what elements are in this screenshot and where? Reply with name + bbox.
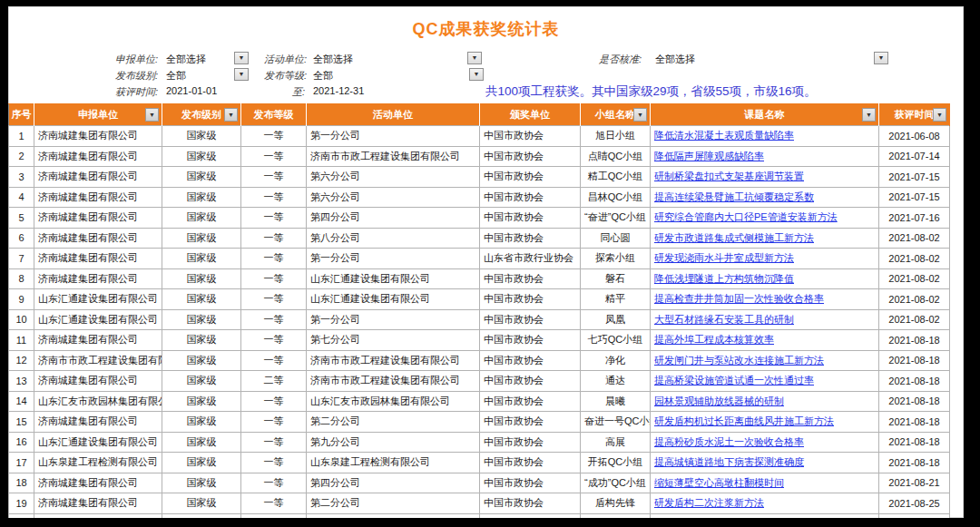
cell-颁奖单位: 山东省市政行业协会 [480,249,581,269]
empty-cell [581,513,651,518]
cell-发布级别: 国家级 [162,126,241,147]
cell-颁奖单位: 中国市政协会 [480,228,581,249]
publish-level-filter-value[interactable]: 全部 [166,69,186,83]
declare-unit-filter-label: 申报单位: [115,53,158,66]
page-title: QC成果获奖统计表 [8,18,964,40]
approved-filter-value[interactable]: 全部选择 [655,53,695,66]
empty-cell [480,513,581,518]
cell-课题名称: 提高粉砂质水泥土一次验收合格率 [651,432,879,453]
cell-申报单位: 济南城建集团有限公司 [34,146,162,167]
award-time-from-value[interactable]: 2021-01-01 [166,85,217,96]
topic-link[interactable]: 缩短薄壁空心高墩柱翻模时间 [654,477,784,488]
cell-小组名称: 精平 [581,289,651,310]
cell-获评时间: 2021-08-18 [879,453,950,473]
cell-申报单位: 济南城建集团有限公司 [34,371,162,392]
cell-活动单位: 第二分公司 [307,412,480,433]
cell-发布级别: 国家级 [162,268,241,289]
cell-颁奖单位: 中国市政协会 [480,350,581,371]
cell-发布级别: 国家级 [162,289,241,310]
cell-课题名称: 提高连续梁悬臂施工抗倾覆稳定系数 [651,187,879,208]
cell-小组名称: 净化 [581,350,651,371]
topic-link[interactable]: 研发盾构机过长距离曲线风井施工新方法 [654,415,834,426]
publish-grade-dropdown-icon[interactable]: ▼ [469,68,484,81]
publish-level-dropdown-icon[interactable]: ▼ [234,68,249,81]
cell-小组名称: 同心圆 [581,228,651,249]
publish-level-filter-label: 发布级别: [115,69,158,83]
activity-unit-dropdown-icon[interactable]: ▼ [467,52,482,64]
cell-活动单位: 第二分公司 [307,493,480,514]
cell-课题名称: 研发市政道路集成式侧模施工新方法 [651,228,879,249]
column-filter-icon[interactable]: ▼ [933,108,946,122]
cell-小组名称: 通达 [581,371,651,392]
topic-link[interactable]: 研发市政道路集成式侧模施工新方法 [654,232,814,243]
approved-dropdown-icon[interactable]: ▼ [874,52,888,64]
cell-活动单位: 第七分公司 [307,330,480,351]
column-filter-icon[interactable]: ▼ [145,108,159,122]
topic-link[interactable]: 研究综合管廊内大口径PE管道安装新方法 [654,211,838,222]
cell-颁奖单位: 中国市政协会 [480,493,581,514]
topic-link[interactable]: 降低隔声屏障观感缺陷率 [654,151,764,161]
topic-link[interactable]: 降低浅埋隧道上方构筑物沉降值 [654,273,794,284]
topic-link[interactable]: 提高城镇道路地下病害探测准确度 [654,456,804,467]
topic-link[interactable]: 提高连续梁悬臂施工抗倾覆稳定系数 [654,191,814,202]
table-row: 19济南城建集团有限公司国家级一等第二分公司中国市政协会盾构先锋研发盾构二次注浆… [9,493,950,514]
cell-小组名称: 精工QC小组 [581,167,651,188]
topic-link[interactable]: 提高桥梁设施管道试通一次性通过率 [654,375,814,385]
activity-unit-filter-value[interactable]: 全部选择 [313,53,353,66]
cell-序号: 15 [9,412,34,433]
cell-序号: 5 [9,208,34,229]
column-filter-icon[interactable]: ▼ [633,108,647,122]
cell-课题名称: 降低隔声屏障观感缺陷率 [651,146,879,167]
topic-link[interactable]: 园林景观辅助放线器械的研制 [654,395,784,406]
topic-link[interactable]: 提高粉砂质水泥土一次验收合格率 [654,436,804,447]
topic-link[interactable]: 研发闸门井与泵站改水连接施工新方法 [654,355,824,366]
cell-序号: 18 [9,473,34,493]
cell-颁奖单位: 中国市政协会 [480,208,581,229]
cell-获评时间: 2021-07-16 [879,208,950,229]
cell-申报单位: 山东汇友市政园林集团有限公司 [34,391,162,412]
cell-小组名称: 奋进一号QC小组 [581,412,651,433]
cell-发布等级: 二等 [241,371,307,392]
topic-link[interactable]: 降低清水混凝土表观质量缺陷率 [654,130,794,141]
cell-获评时间: 2021-07-15 [879,167,950,188]
cell-序号: 14 [9,391,34,412]
publish-grade-filter-value[interactable]: 全部 [313,69,333,83]
column-filter-icon[interactable]: ▼ [862,108,876,122]
cell-活动单位: 济南市市政工程建设集团有限公司 [307,350,480,371]
cell-序号: 1 [9,126,34,147]
cell-发布级别: 国家级 [162,453,241,473]
topic-link[interactable]: 研发现浇雨水斗井室成型新方法 [654,252,794,263]
cell-发布等级: 一等 [241,126,307,147]
topic-link[interactable]: 提高检查井井筒加固一次性验收合格率 [654,293,824,304]
table-row: 6济南城建集团有限公司国家级一等第八分公司中国市政协会同心圆研发市政道路集成式侧… [9,228,950,249]
cell-小组名称: 探索小组 [581,249,651,269]
cell-课题名称: 研发现浇雨水斗井室成型新方法 [651,249,879,269]
table-row: 18济南城建集团有限公司国家级一等第四分公司中国市政协会“成功”QC小组缩短薄壁… [9,473,950,493]
cell-发布等级: 一等 [241,412,307,433]
header-cell-6: 小组名称▼ [581,104,651,126]
cell-课题名称: 研制桥梁盘扣式支架基座调节装置 [651,167,879,188]
topic-link[interactable]: 提高外埠工程成本核算效率 [654,334,774,345]
cell-颁奖单位: 中国市政协会 [480,371,581,392]
declare-unit-dropdown-icon[interactable]: ▼ [234,52,249,64]
topic-link[interactable]: 研制桥梁盘扣式支架基座调节装置 [654,171,804,181]
report-sheet: QC成果获奖统计表 申报单位: 全部选择 ▼ 活动单位: 全部选择 ▼ 是否核准… [8,6,964,518]
cell-发布级别: 国家级 [162,146,241,167]
topic-link[interactable]: 大型石材路缘石安装工具的研制 [654,314,794,325]
cell-获评时间: 2021-08-18 [879,432,950,453]
cell-获评时间: 2021-08-02 [879,289,950,310]
cell-活动单位: 第一分公司 [307,126,480,147]
cell-获评时间: 2021-08-02 [879,249,950,269]
publish-grade-filter-label: 发布等级: [264,69,307,83]
empty-cell [34,513,162,518]
header-cell-4: 活动单位 [307,104,480,126]
column-filter-icon[interactable]: ▼ [224,108,238,122]
header-cell-5: 颁奖单位 [480,104,581,126]
table-row: 7济南城建集团有限公司国家级一等第一分公司山东省市政行业协会探索小组研发现浇雨水… [9,249,950,269]
declare-unit-filter-value[interactable]: 全部选择 [166,53,206,66]
award-time-to-value[interactable]: 2021-12-31 [313,85,364,96]
cell-申报单位: 济南城建集团有限公司 [34,473,162,493]
topic-link[interactable]: 研发盾构二次注浆新方法 [654,497,764,508]
cell-序号: 13 [9,371,34,392]
cell-颁奖单位: 中国市政协会 [480,289,581,310]
